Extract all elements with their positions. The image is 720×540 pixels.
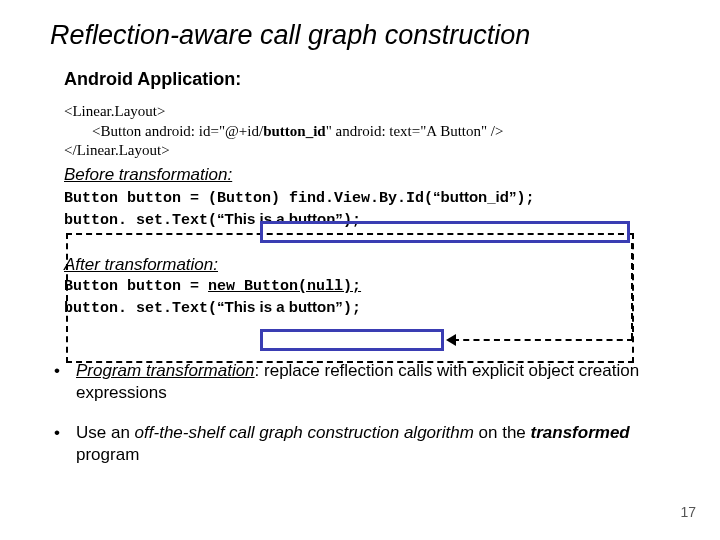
after-line2a: button. set.Text( — [64, 300, 217, 317]
before-label: Before transformation: — [64, 165, 680, 185]
arrow-horizontal — [453, 339, 633, 341]
before-line1c: “button_id” — [433, 188, 516, 205]
after-line1a: Button button = — [64, 278, 208, 295]
after-line2b: “This is a button” — [217, 298, 343, 315]
section-app: Android Application: — [64, 69, 680, 90]
after-line2c: ); — [343, 300, 361, 317]
bullet2-a: Use an — [76, 423, 135, 442]
xml-button-pre: <Button android: id="@+id/ — [92, 123, 263, 139]
xml-button-id: button_id — [263, 123, 326, 139]
slide-title: Reflection-aware call graph construction — [50, 20, 680, 51]
bullet2-e: program — [76, 445, 139, 464]
bullet1-term: Program transformation — [76, 361, 255, 380]
page-number: 17 — [680, 504, 696, 520]
xml-button-post: " android: text="A Button" /> — [326, 123, 504, 139]
before-line1b: (Button) find.View.By.Id( — [208, 190, 433, 207]
bullets: Program transformation: replace reflecti… — [50, 360, 680, 466]
after-code: Button button = new Button(null); button… — [64, 277, 680, 320]
after-line1b: new Button(null); — [208, 278, 361, 295]
bullet2-d: transformed — [531, 423, 630, 442]
bullet-2: Use an off-the-shelf call graph construc… — [50, 422, 680, 466]
xml-close: </Linear.Layout> — [64, 142, 170, 158]
bullet-1: Program transformation: replace reflecti… — [50, 360, 680, 404]
highlight-box-after — [260, 329, 444, 351]
before-line1a: Button button = — [64, 190, 208, 207]
arrow-head-icon — [446, 334, 456, 346]
xml-block: <Linear.Layout> <Button android: id="@+i… — [64, 102, 680, 161]
bullet2-b: off-the-shelf call graph construction al… — [135, 423, 474, 442]
xml-open: <Linear.Layout> — [64, 103, 165, 119]
before-line1d: ); — [516, 190, 534, 207]
bullet2-c: on the — [474, 423, 531, 442]
arrow-vertical — [631, 243, 633, 339]
before-line2a: button. set.Text( — [64, 212, 217, 229]
highlight-box-before — [260, 221, 630, 243]
